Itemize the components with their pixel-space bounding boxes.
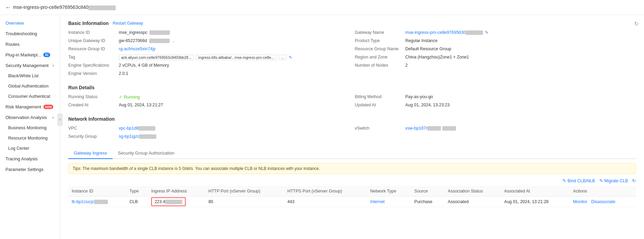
network-type-link[interactable]: Internet	[370, 199, 385, 204]
sidebar-item-black-white-list[interactable]: Black/White List	[0, 71, 60, 81]
engine-specs-label: Engine Specifications	[68, 63, 116, 68]
back-button[interactable]: ← mse-ingress-pro-ce8e9769563c840	[5, 4, 116, 11]
engine-version-label: Engine Version	[68, 71, 116, 76]
unique-gateway-id-row: Unique Gateway ID gw-65227068d .	[68, 38, 349, 47]
cell-http-port: 80	[205, 197, 284, 207]
sidebar-item-resource-monitoring[interactable]: Resource Monitoring	[0, 133, 60, 143]
basic-info-grid: Instance ID mse_ingresspc Unique Gateway…	[68, 30, 636, 79]
num-nodes-row: Number of Nodes 2	[355, 63, 636, 71]
basic-info-title: Basic Information Restart Gateway	[68, 21, 636, 26]
col-actions: Actions	[570, 186, 636, 197]
disassociate-button[interactable]: Disassociate	[591, 199, 615, 204]
updated-at-value: Aug 01, 2024, 13:23:23	[405, 103, 636, 107]
migrate-clb-button[interactable]: ✎ Migrate CLB	[599, 178, 628, 183]
network-info-left: VPC vpc-bp1dll Security Group sg-bp1igzc	[68, 126, 349, 142]
gateway-name-edit-icon[interactable]: ✎	[485, 30, 488, 35]
main-content: ↻ Basic Information Restart Gateway Inst…	[60, 15, 644, 239]
sidebar-item-consumer-authentication[interactable]: Consumer Authenticat	[0, 91, 60, 102]
ai-badge: AI	[43, 53, 50, 57]
monitor-button[interactable]: Monitor	[573, 199, 587, 204]
run-details-section: Run Details Running Status ✓ Running Cre…	[68, 85, 636, 111]
sidebar-item-overview[interactable]: Overview	[0, 18, 60, 28]
sidebar-item-label: Resource Monitoring	[8, 136, 47, 141]
col-network-type: Network Type	[367, 186, 411, 197]
sidebar-item-parameter-settings[interactable]: Parameter Settings	[0, 164, 60, 175]
table-refresh-button[interactable]: ↻	[632, 178, 636, 183]
resource-group-id-value[interactable]: rg-acfmvze5xin74jy	[119, 47, 349, 51]
refresh-button[interactable]: ↻	[634, 21, 639, 27]
run-details-title: Run Details	[68, 85, 636, 90]
sidebar-collapse-button[interactable]: ‹	[57, 114, 60, 126]
resource-group-name-value: Default Resource Group	[405, 47, 636, 51]
col-association-status: Association Status	[444, 186, 501, 197]
run-details-grid: Running Status ✓ Running Created At Aug …	[68, 94, 636, 111]
sidebar-item-label: Business Monitoring	[8, 125, 47, 130]
resource-group-name-label: Resource Group Name	[355, 47, 403, 51]
sidebar-item-label: Log Center	[8, 146, 29, 151]
tag-item-more: ...	[279, 55, 287, 60]
gateway-name-value: mse-ingress-pro-ce8e97695630 ✎	[405, 30, 636, 35]
sidebar-item-business-monitoring[interactable]: Business Monitoring	[0, 123, 60, 133]
security-group-label: Security Group	[68, 134, 116, 139]
vswitch-value: vsw-bp187r	[405, 126, 636, 131]
region-zone-value: China (Hangzhou)Zone1 + Zone1	[405, 55, 636, 59]
sidebar-item-label: Security Management	[5, 63, 48, 68]
sidebar-item-label: Tracing Analysis	[5, 156, 38, 161]
sidebar-item-label: Overview	[5, 21, 24, 26]
cell-network-type: Internet	[367, 197, 411, 207]
engine-version-value: 2.0.1	[119, 71, 349, 76]
billing-method-label: Billing Method	[355, 94, 403, 99]
sidebar-item-label: Consumer Authenticat	[8, 94, 50, 99]
updated-at-label: Updated At	[355, 103, 403, 107]
resource-group-id-label: Resource Group ID	[68, 47, 116, 51]
sidebar-item-global-authentication[interactable]: Global Authentication	[0, 81, 60, 91]
billing-method-row: Billing Method Pay-as-you-go	[355, 94, 636, 103]
created-at-value: Aug 01, 2024, 13:21:27	[119, 103, 349, 107]
vpc-row: VPC vpc-bp1dll	[68, 126, 349, 134]
chevron-down-icon: ∧	[52, 64, 54, 67]
network-info-section: Network Information VPC vpc-bp1dll Secur…	[68, 116, 636, 142]
sidebar-item-log-center[interactable]: Log Center	[0, 143, 60, 154]
bind-clb-nlb-button[interactable]: ✎ Bind CLB/NLB	[562, 178, 595, 183]
basic-info-left: Instance ID mse_ingresspc Unique Gateway…	[68, 30, 349, 79]
col-http-port: HTTP Port (vServer Group)	[205, 186, 284, 197]
created-at-row: Created At Aug 01, 2024, 13:21:27	[68, 103, 349, 111]
tips-bar: Tips: The maximum bandwidth of a single …	[68, 163, 636, 174]
vpc-label: VPC	[68, 126, 116, 131]
tag-edit-icon[interactable]: ✎	[289, 55, 292, 60]
restart-gateway-button[interactable]: Restart Gateway	[113, 21, 143, 26]
sidebar-item-observation-analysis[interactable]: Observation Analysis ∧	[0, 112, 60, 123]
resource-group-name-row: Resource Group Name Default Resource Gro…	[355, 47, 636, 55]
network-info-right: vSwitch vsw-bp187r	[355, 126, 636, 142]
sidebar-item-label: Risk Management	[5, 104, 41, 109]
sidebar-item-risk-management[interactable]: Risk Management new	[0, 102, 60, 112]
col-source: Source	[411, 186, 444, 197]
region-zone-row: Region and Zone China (Hangzhou)Zone1 + …	[355, 55, 636, 63]
security-group-value: sg-bp1igzc	[119, 134, 349, 139]
created-at-label: Created At	[68, 103, 116, 107]
billing-method-value: Pay-as-you-go	[405, 94, 636, 99]
sidebar-item-troubleshooting[interactable]: Troubleshooting	[0, 28, 60, 39]
sidebar-item-tracing-analysis[interactable]: Tracing Analysis	[0, 154, 60, 164]
sidebar-item-routes[interactable]: Routes	[0, 39, 60, 50]
tab-gateway-ingress[interactable]: Gateway Ingress	[68, 148, 113, 159]
gateway-name-label: Gateway Name	[355, 30, 403, 35]
network-info-title: Network Information	[68, 116, 636, 122]
security-group-row: Security Group sg-bp1igzc	[68, 134, 349, 142]
num-nodes-label: Number of Nodes	[355, 63, 403, 68]
sidebar-item-security-management[interactable]: Security Management ∧	[0, 60, 60, 71]
run-details-right: Billing Method Pay-as-you-go Updated At …	[355, 94, 636, 111]
tab-security-group-authorization[interactable]: Security Group Authorization	[113, 148, 180, 159]
sidebar-item-label: Plug-in Marketpl...	[5, 52, 41, 57]
col-instance-id: Instance ID	[68, 186, 126, 197]
col-type: Type	[126, 186, 148, 197]
cell-actions: Monitor Disassociate	[570, 197, 636, 207]
vswitch-row: vSwitch vsw-bp187r	[355, 126, 636, 134]
cell-association-status: Associated	[444, 197, 501, 207]
col-ingress-ip: Ingress IP Address	[148, 186, 205, 197]
table-actions: ✎ Bind CLB/NLB ✎ Migrate CLB ↻	[68, 178, 636, 183]
sidebar: Overview Troubleshooting Routes Plug-in …	[0, 15, 60, 239]
table-header-row: Instance ID Type Ingress IP Address HTTP…	[68, 186, 636, 197]
network-info-grid: VPC vpc-bp1dll Security Group sg-bp1igzc	[68, 126, 636, 142]
sidebar-item-plugin-marketplace[interactable]: Plug-in Marketpl... AI	[0, 50, 60, 60]
